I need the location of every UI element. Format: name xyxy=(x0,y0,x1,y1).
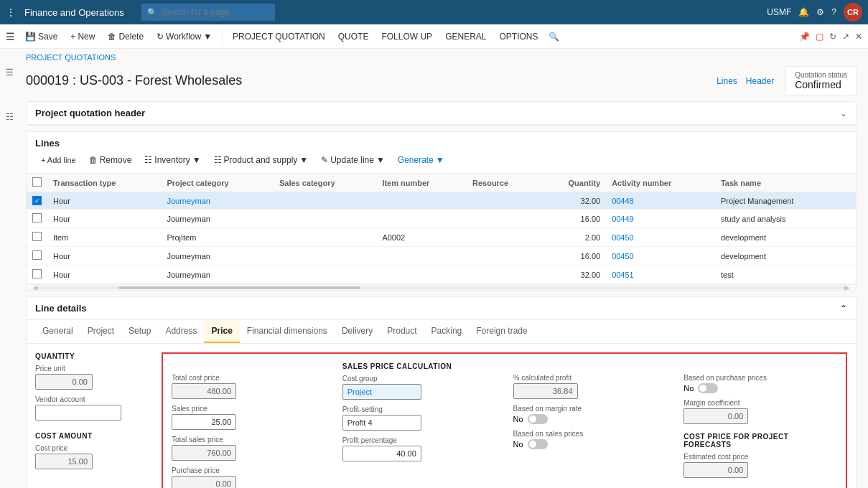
save-button[interactable]: 💾 Save xyxy=(19,29,63,44)
based-sales-toggle[interactable] xyxy=(528,439,548,449)
profit-percentage-field: Profit percentage 40.00 xyxy=(342,436,496,461)
cell-transaction-type: Hour xyxy=(47,266,161,284)
workflow-button[interactable]: ↻ Workflow ▼ xyxy=(151,29,218,44)
tab-financial-dimensions[interactable]: Financial dimensions xyxy=(240,320,335,343)
total-sales-price-field: Total sales price 760.00 xyxy=(172,436,325,461)
grid-icon[interactable]: ⋮ xyxy=(6,6,16,18)
breadcrumb-link[interactable]: PROJECT QUOTATIONS xyxy=(26,53,116,62)
total-sales-price-input[interactable]: 760.00 xyxy=(172,445,236,461)
menu-quote[interactable]: QUOTE xyxy=(332,32,375,42)
delete-button[interactable]: 🗑 Delete xyxy=(102,29,149,44)
row-checkbox-1[interactable] xyxy=(32,213,42,222)
select-all-checkbox[interactable] xyxy=(32,177,42,187)
tab-foreign-trade[interactable]: Foreign trade xyxy=(469,320,534,343)
spacer xyxy=(172,362,325,374)
sales-price-input[interactable]: 25.00 xyxy=(172,414,236,430)
hamburger-icon[interactable]: ☰ xyxy=(6,31,15,42)
toolbar-search-icon[interactable]: 🔍 xyxy=(549,32,559,42)
vendor-account-input[interactable] xyxy=(35,405,121,421)
section-header-pqh[interactable]: Project quotation header ⌄ xyxy=(27,102,856,125)
line-details-content: QUANTITY Price unit 0.00 Vendor account … xyxy=(27,344,856,488)
cell-project-category[interactable]: Journeyman xyxy=(161,192,274,210)
search-input[interactable] xyxy=(141,4,275,21)
row-checkbox-cell: ✓ xyxy=(27,192,47,210)
price-unit-input[interactable]: 0.00 xyxy=(35,374,93,390)
generate-button[interactable]: Generate ▼ xyxy=(392,153,450,167)
list-icon[interactable]: ☷ xyxy=(3,109,17,125)
purchase-price-input[interactable]: 0.00 xyxy=(172,476,236,488)
horizontal-scrollbar[interactable]: ◀ ▶ xyxy=(27,284,856,290)
cell-activity-number[interactable]: 00451 xyxy=(606,266,715,284)
table-row[interactable]: Hour Journeyman 32.00 00451 test xyxy=(27,266,856,284)
row-checkbox-0[interactable]: ✓ xyxy=(32,196,42,205)
cell-activity-number[interactable]: 00448 xyxy=(606,192,715,210)
row-checkbox-3[interactable] xyxy=(32,250,42,260)
close-icon[interactable]: ✕ xyxy=(855,32,862,42)
cell-quantity: 2.00 xyxy=(539,228,606,247)
tab-project[interactable]: Project xyxy=(80,320,121,343)
menu-follow-up[interactable]: FOLLOW UP xyxy=(375,32,438,42)
estimated-cost-input[interactable]: 0.00 xyxy=(683,462,748,478)
menu-options[interactable]: OPTIONS xyxy=(493,32,543,42)
margin-coefficient-input[interactable]: 0.00 xyxy=(683,408,748,424)
scroll-right-arrow[interactable]: ▶ xyxy=(844,283,850,291)
update-line-button[interactable]: ✎ Update line ▼ xyxy=(315,153,391,167)
cell-sales-category xyxy=(274,192,376,210)
scroll-left-arrow[interactable]: ◀ xyxy=(32,283,38,291)
tab-packing[interactable]: Packing xyxy=(424,320,470,343)
cost-price-input[interactable]: 15.00 xyxy=(35,454,93,469)
product-supply-button[interactable]: ☷ Product and supply ▼ xyxy=(208,153,314,167)
help-icon[interactable]: ? xyxy=(831,7,836,17)
cell-activity-number[interactable]: 00449 xyxy=(606,210,715,228)
cell-project-category: ProjItem xyxy=(161,228,274,247)
cell-project-category: Journeyman xyxy=(161,210,274,228)
filter-icon[interactable]: ☰ xyxy=(3,65,17,80)
tab-address[interactable]: Address xyxy=(158,320,204,343)
col-project-category: Project category xyxy=(161,174,274,192)
total-cost-price-input[interactable]: 480.00 xyxy=(172,383,236,399)
based-margin-toggle[interactable] xyxy=(528,414,548,424)
row-checkbox-2[interactable] xyxy=(32,232,42,241)
cost-price-field: Cost price 15.00 xyxy=(35,444,150,469)
line-details-header[interactable]: Line details ⌃ xyxy=(27,297,856,320)
settings-icon[interactable]: ⚙ xyxy=(816,7,824,17)
header-link[interactable]: Header xyxy=(746,76,774,86)
tab-setup[interactable]: Setup xyxy=(121,320,158,343)
profit-percentage-input[interactable]: 40.00 xyxy=(342,446,421,461)
action-toolbar: ☰ 💾 Save + New 🗑 Delete ↻ Workflow ▼ PRO… xyxy=(0,24,868,49)
avatar[interactable]: CR xyxy=(844,3,862,22)
notification-icon[interactable]: 🔔 xyxy=(798,7,809,17)
add-line-button[interactable]: + Add line xyxy=(35,154,82,166)
refresh-icon[interactable]: ↻ xyxy=(829,32,836,42)
profit-setting-input[interactable]: Profit 4 xyxy=(342,415,421,431)
office-icon[interactable]: ▢ xyxy=(816,32,823,42)
spacer2 xyxy=(513,362,667,374)
table-row[interactable]: Hour Journeyman 16.00 00450 development xyxy=(27,247,856,266)
table-row[interactable]: Item ProjItem A0002 2.00 00450 developme… xyxy=(27,228,856,247)
menu-project-quotation[interactable]: PROJECT QUOTATION xyxy=(227,32,331,42)
cost-group-input[interactable]: Project xyxy=(342,384,421,400)
lines-link[interactable]: Lines xyxy=(717,76,737,86)
cell-activity-number[interactable]: 00450 xyxy=(606,228,715,247)
tab-general[interactable]: General xyxy=(35,320,80,343)
tab-product[interactable]: Product xyxy=(380,320,424,343)
pin-icon[interactable]: 📌 xyxy=(799,32,810,42)
tab-price[interactable]: Price xyxy=(204,320,239,343)
inventory-button[interactable]: ☷ Inventory ▼ xyxy=(139,153,206,167)
new-button[interactable]: + New xyxy=(65,29,101,44)
row-checkbox-4[interactable] xyxy=(32,269,42,278)
pct-calc-profit-input[interactable]: 36.84 xyxy=(513,383,578,399)
table-scroll-wrapper[interactable]: Transaction type Project category Sales … xyxy=(27,174,856,284)
open-new-icon[interactable]: ↗ xyxy=(842,32,849,42)
total-cost-price-label: Total cost price xyxy=(172,374,325,382)
tab-delivery[interactable]: Delivery xyxy=(335,320,380,343)
table-row[interactable]: Hour Journeyman 16.00 00449 study and an… xyxy=(27,210,856,228)
cell-activity-number[interactable]: 00450 xyxy=(606,247,715,266)
menu-general[interactable]: GENERAL xyxy=(439,32,492,42)
table-row[interactable]: ✓ Hour Journeyman 32.00 00448 Project Ma… xyxy=(27,192,856,210)
based-purchase-toggle[interactable] xyxy=(698,383,718,393)
cell-item-number xyxy=(376,192,467,210)
remove-button[interactable]: 🗑 Remove xyxy=(83,153,138,167)
cost-amount-group: COST AMOUNT Cost price 15.00 xyxy=(35,432,150,469)
cost-forecasts-group: COST PRICE FOR PROJECT FORECASTS Estimat… xyxy=(683,433,837,478)
